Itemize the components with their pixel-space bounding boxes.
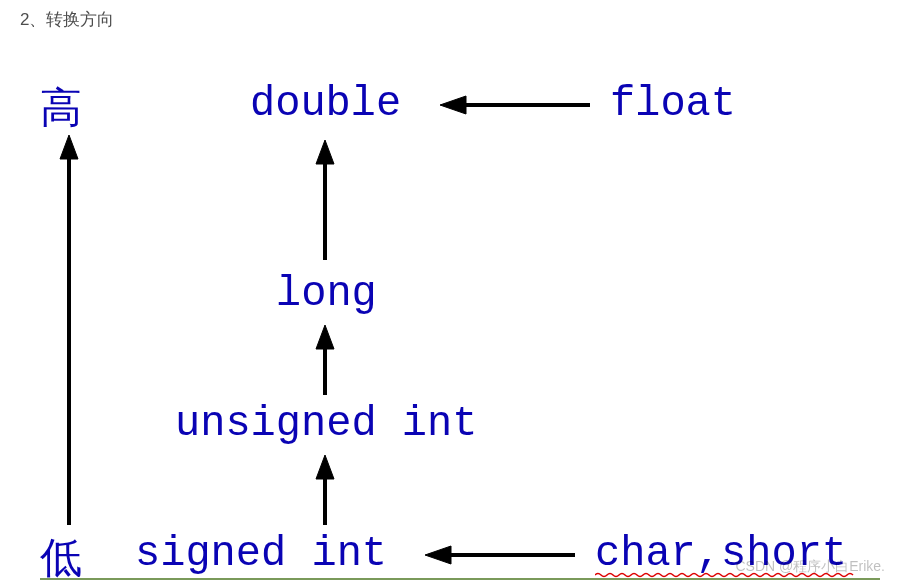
type-conversion-diagram: 高 double float long unsigned int 低 signe…: [40, 60, 910, 580]
svg-marker-5: [316, 140, 334, 164]
svg-marker-11: [425, 546, 451, 564]
svg-marker-9: [316, 455, 334, 479]
bottom-underline: [40, 578, 880, 580]
label-low: 低: [40, 530, 82, 582]
section-heading: 2、转换方向: [20, 8, 114, 31]
node-double: double: [250, 80, 401, 128]
node-long: long: [276, 270, 377, 318]
svg-marker-1: [60, 135, 78, 159]
svg-marker-7: [316, 325, 334, 349]
arrow-charshort-to-signedint: [425, 540, 575, 570]
arrow-signedint-to-unsignedint: [310, 455, 340, 525]
node-signed-int: signed int: [135, 530, 387, 578]
arrow-long-to-double: [310, 140, 340, 260]
arrow-float-to-double: [440, 90, 590, 120]
node-float: float: [610, 80, 736, 128]
svg-marker-3: [440, 96, 466, 114]
arrow-unsignedint-to-long: [310, 325, 340, 395]
label-high: 高: [40, 80, 82, 136]
watermark: CSDN @程序小白Erike.: [735, 558, 885, 576]
node-unsigned-int: unsigned int: [175, 400, 477, 448]
arrow-low-to-high: [54, 135, 84, 525]
